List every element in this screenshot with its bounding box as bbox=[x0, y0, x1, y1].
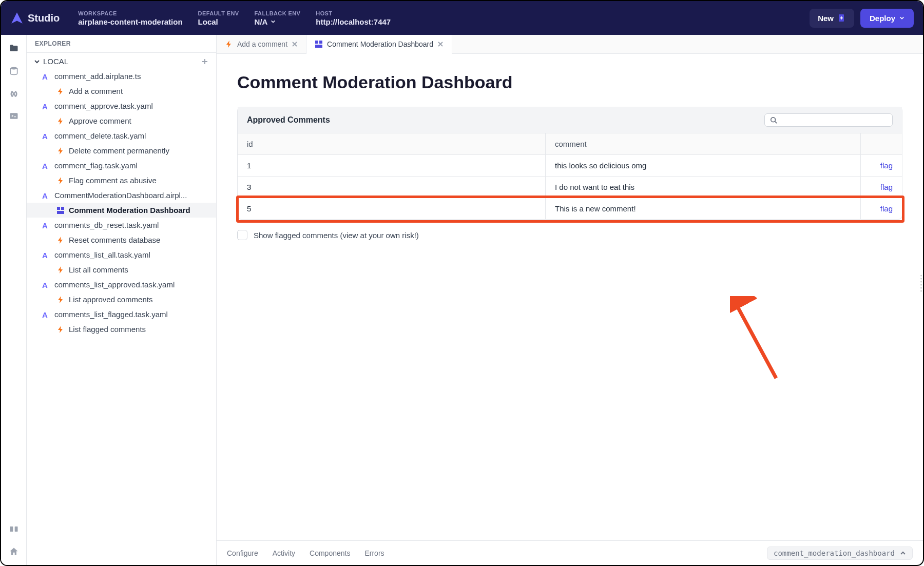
bottom-tab-activity[interactable]: Activity bbox=[273, 549, 295, 557]
svg-rect-8 bbox=[57, 211, 64, 214]
svg-rect-9 bbox=[315, 41, 318, 44]
explorer-file[interactable]: Acomments_db_reset.task.yaml bbox=[27, 218, 216, 232]
airplane-file-icon: A bbox=[42, 221, 50, 229]
svg-point-12 bbox=[771, 118, 776, 122]
cell-comment: I do not want to eat this bbox=[546, 177, 861, 198]
chevron-down-icon bbox=[34, 58, 40, 65]
svg-rect-6 bbox=[57, 207, 60, 210]
explorer-file[interactable]: Acomments_list_all.task.yaml bbox=[27, 247, 216, 262]
variable-icon[interactable]: (x) bbox=[9, 88, 19, 99]
panels-icon[interactable] bbox=[9, 524, 19, 534]
explorer-task-item[interactable]: List all comments bbox=[27, 262, 216, 277]
airplane-file-icon: A bbox=[42, 281, 50, 289]
svg-rect-3 bbox=[10, 113, 17, 119]
cell-id: 1 bbox=[238, 155, 546, 176]
svg-text:(x): (x) bbox=[10, 90, 17, 96]
bolt-icon bbox=[56, 325, 65, 334]
explorer-group-local[interactable]: LOCAL bbox=[27, 54, 216, 69]
explorer-file[interactable]: Acomments_list_flagged.task.yaml bbox=[27, 307, 216, 322]
approved-comments-table: Approved Comments id comment 1this looks… bbox=[237, 107, 902, 220]
airplane-logo-icon bbox=[10, 11, 24, 25]
bolt-icon bbox=[56, 177, 65, 185]
terminal-icon[interactable] bbox=[9, 111, 19, 121]
plus-icon[interactable] bbox=[201, 57, 209, 66]
column-header-id[interactable]: id bbox=[238, 133, 546, 154]
fallback-env-indicator[interactable]: FALLBACK ENV N/A bbox=[255, 10, 301, 26]
table-row[interactable]: 3I do not want to eat thisflag bbox=[238, 177, 902, 198]
icon-rail: (x) bbox=[1, 35, 27, 565]
airplane-file-icon: A bbox=[42, 132, 50, 140]
tab[interactable]: Comment Moderation Dashboard bbox=[306, 35, 452, 54]
folder-icon[interactable] bbox=[9, 43, 19, 53]
svg-line-13 bbox=[735, 302, 776, 378]
table-row[interactable]: 1this looks so delicious omgflag bbox=[238, 155, 902, 177]
new-button[interactable]: New bbox=[810, 9, 854, 28]
bolt-icon bbox=[56, 296, 65, 304]
explorer-file[interactable]: ACommentModerationDashboard.airpl... bbox=[27, 188, 216, 203]
bolt-icon bbox=[56, 87, 65, 95]
chevron-down-icon bbox=[899, 15, 904, 21]
dashboard-icon bbox=[315, 40, 323, 48]
flag-button[interactable]: flag bbox=[880, 183, 893, 191]
home-icon[interactable] bbox=[9, 547, 19, 557]
explorer-file[interactable]: Acomments_list_approved.task.yaml bbox=[27, 277, 216, 292]
app-logo: Studio bbox=[10, 11, 60, 25]
show-flagged-label: Show flagged comments (view at your own … bbox=[254, 231, 419, 240]
view-slug-chip[interactable]: comment_moderation_dashboard bbox=[767, 547, 913, 560]
cell-comment: This is a new comment! bbox=[546, 198, 861, 219]
column-header-comment[interactable]: comment bbox=[546, 133, 861, 154]
airplane-file-icon: A bbox=[42, 251, 50, 259]
svg-rect-11 bbox=[315, 45, 322, 48]
explorer-view-item[interactable]: Comment Moderation Dashboard bbox=[27, 203, 216, 218]
airplane-file-icon: A bbox=[42, 102, 50, 110]
explorer-task-item[interactable]: Approve comment bbox=[27, 113, 216, 128]
table-row[interactable]: 5This is a new comment!flag bbox=[238, 198, 902, 219]
workspace-indicator[interactable]: WORKSPACE airplane-content-moderation bbox=[78, 10, 182, 26]
explorer-file[interactable]: Acomment_add.airplane.ts bbox=[27, 69, 216, 84]
close-icon[interactable] bbox=[292, 41, 298, 47]
bolt-icon bbox=[56, 236, 65, 244]
flag-button[interactable]: flag bbox=[880, 204, 893, 213]
tab[interactable]: Add a comment bbox=[217, 35, 306, 53]
explorer-task-item[interactable]: Reset comments database bbox=[27, 232, 216, 247]
airplane-file-icon: A bbox=[42, 162, 50, 170]
show-flagged-checkbox[interactable] bbox=[237, 230, 247, 240]
page-title: Comment Moderation Dashboard bbox=[237, 72, 902, 92]
bottom-tab-errors[interactable]: Errors bbox=[364, 549, 384, 557]
bolt-icon bbox=[56, 117, 65, 125]
close-icon[interactable] bbox=[437, 41, 444, 47]
flag-button[interactable]: flag bbox=[880, 161, 893, 170]
table-search[interactable] bbox=[764, 113, 893, 127]
explorer-task-item[interactable]: Add a comment bbox=[27, 84, 216, 99]
bottom-tab-configure[interactable]: Configure bbox=[227, 549, 258, 557]
svg-rect-4 bbox=[10, 526, 13, 532]
explorer-sidebar: EXPLORER LOCALAcomment_add.airplane.tsAd… bbox=[27, 35, 217, 565]
svg-rect-5 bbox=[14, 526, 17, 532]
dashboard-icon bbox=[56, 206, 65, 214]
explorer-task-item[interactable]: List approved comments bbox=[27, 292, 216, 307]
app-name: Studio bbox=[28, 12, 60, 24]
bottom-bar: Configure Activity Components Errors com… bbox=[217, 540, 923, 565]
airplane-file-icon: A bbox=[42, 72, 50, 81]
table-search-input[interactable] bbox=[780, 116, 887, 124]
svg-rect-10 bbox=[319, 41, 322, 44]
explorer-file[interactable]: Acomment_flag.task.yaml bbox=[27, 158, 216, 173]
airplane-file-icon: A bbox=[42, 191, 50, 200]
explorer-task-item[interactable]: Delete comment permanently bbox=[27, 143, 216, 158]
default-env-indicator[interactable]: DEFAULT ENV Local bbox=[198, 10, 239, 26]
document-plus-icon bbox=[838, 14, 846, 22]
explorer-header: EXPLORER bbox=[27, 35, 216, 53]
explorer-file[interactable]: Acomment_delete.task.yaml bbox=[27, 128, 216, 143]
explorer-task-item[interactable]: Flag comment as abusive bbox=[27, 173, 216, 188]
explorer-task-item[interactable]: List flagged comments bbox=[27, 322, 216, 337]
topbar: Studio WORKSPACE airplane-content-modera… bbox=[1, 1, 923, 35]
svg-rect-7 bbox=[61, 207, 64, 210]
database-icon[interactable] bbox=[9, 66, 19, 76]
explorer-file[interactable]: Acomment_approve.task.yaml bbox=[27, 99, 216, 113]
tabstrip: Add a commentComment Moderation Dashboar… bbox=[217, 35, 923, 54]
host-indicator[interactable]: HOST http://localhost:7447 bbox=[316, 10, 391, 26]
bottom-tab-components[interactable]: Components bbox=[310, 549, 350, 557]
cell-id: 5 bbox=[238, 198, 546, 219]
deploy-button[interactable]: Deploy bbox=[860, 9, 914, 28]
content-area: Comment Moderation Dashboard Approved Co… bbox=[217, 54, 923, 540]
